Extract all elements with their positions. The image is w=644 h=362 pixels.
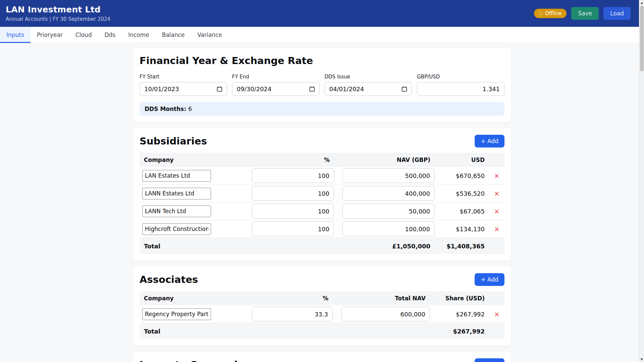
financial-year-title: Financial Year & Exchange Rate bbox=[140, 55, 504, 66]
percent-input[interactable] bbox=[252, 168, 334, 183]
delete-row-button[interactable]: × bbox=[489, 310, 504, 318]
loans-title: Loans to Companies bbox=[140, 359, 250, 362]
percent-input[interactable] bbox=[252, 204, 334, 219]
col-total-nav: Total NAV bbox=[333, 291, 430, 305]
subsidiary-row: $134,130 × bbox=[140, 220, 504, 238]
delete-row-button[interactable]: × bbox=[489, 172, 504, 179]
nav-input[interactable] bbox=[342, 204, 435, 219]
calendar-icon[interactable] bbox=[401, 86, 407, 92]
total-share-usd: $267,992 bbox=[430, 324, 489, 339]
scroll-down-arrow-icon[interactable]: ▼ bbox=[639, 357, 644, 362]
subsidiaries-table-header: Company % NAV (GBP) USD bbox=[140, 153, 504, 167]
subsidiaries-card: Subsidiaries + Add Company % NAV (GBP) U… bbox=[133, 128, 511, 261]
tab-dds[interactable]: Dds bbox=[98, 27, 122, 43]
calendar-icon[interactable] bbox=[217, 86, 222, 92]
header-titles: LAN Investment Ltd Annual Accounts | FY … bbox=[6, 5, 110, 22]
associates-title: Associates bbox=[140, 274, 198, 285]
loans-add-button[interactable]: + Add bbox=[475, 358, 504, 362]
scrollbar[interactable]: ▲ ▼ bbox=[639, 0, 644, 362]
percent-input[interactable] bbox=[252, 186, 334, 201]
associates-table: Company % Total NAV Share (USD) $267,992… bbox=[140, 291, 504, 339]
dds-months-label: DDS Months: bbox=[145, 106, 186, 112]
usd-value: $67,065 bbox=[435, 208, 489, 215]
usd-value: $536,520 bbox=[435, 190, 489, 197]
fy-end-input[interactable]: 09/30/2024 bbox=[232, 82, 320, 96]
header-actions: Offline Save Load bbox=[534, 7, 631, 20]
dds-issue-label: DDS Issue bbox=[325, 74, 412, 80]
status-dot-icon bbox=[539, 12, 543, 15]
offline-status-label: Offline bbox=[545, 10, 561, 16]
associate-row: $267,992 × bbox=[140, 305, 504, 323]
share-usd-value: $267,992 bbox=[430, 311, 489, 318]
save-button[interactable]: Save bbox=[571, 7, 599, 20]
col-company: Company bbox=[140, 153, 244, 167]
company-input[interactable] bbox=[142, 205, 211, 217]
percent-input[interactable] bbox=[252, 222, 334, 236]
usd-value: $670,650 bbox=[435, 172, 489, 179]
dds-months-bar: DDS Months: 6 bbox=[140, 102, 504, 116]
fy-end-label: FY End bbox=[232, 74, 320, 80]
col-usd: USD bbox=[435, 153, 489, 167]
tab-prioryear[interactable]: Prioryear bbox=[31, 27, 69, 43]
app-subtitle: Annual Accounts | FY 30 September 2024 bbox=[6, 16, 110, 22]
associates-card: Associates + Add Company % Total NAV Sha… bbox=[133, 266, 511, 346]
total-usd: $1,408,365 bbox=[435, 239, 489, 254]
delete-row-button[interactable]: × bbox=[489, 225, 504, 233]
total-nav-input[interactable] bbox=[341, 307, 430, 321]
associates-total-row: Total $267,992 bbox=[140, 323, 504, 339]
tab-inputs[interactable]: Inputs bbox=[0, 27, 31, 43]
delete-row-button[interactable]: × bbox=[489, 190, 504, 197]
financial-year-fields: FY Start 10/01/2023 FY End 09/30/2024 DD… bbox=[140, 74, 504, 96]
col-nav: NAV (GBP) bbox=[334, 153, 435, 167]
col-company: Company bbox=[140, 291, 244, 305]
usd-value: $134,130 bbox=[435, 226, 489, 233]
scroll-up-arrow-icon[interactable]: ▲ bbox=[639, 0, 644, 5]
company-input[interactable] bbox=[142, 188, 211, 199]
fy-start-label: FY Start bbox=[140, 74, 227, 80]
dds-issue-value: 04/01/2024 bbox=[329, 85, 402, 93]
fy-start-value: 10/01/2023 bbox=[144, 85, 217, 93]
nav-input[interactable] bbox=[342, 186, 435, 201]
col-pct: % bbox=[244, 291, 333, 305]
company-input[interactable] bbox=[142, 170, 211, 182]
app-title: LAN Investment Ltd bbox=[6, 5, 110, 14]
gbp-usd-label: GBP/USD bbox=[417, 74, 504, 80]
dds-issue-input[interactable]: 04/01/2024 bbox=[325, 82, 412, 96]
tab-variance[interactable]: Variance bbox=[191, 27, 228, 43]
subsidiaries-table: Company % NAV (GBP) USD $670,650 × $536,… bbox=[140, 153, 504, 254]
fy-end-field: FY End 09/30/2024 bbox=[232, 74, 320, 96]
subsidiaries-title: Subsidiaries bbox=[140, 135, 207, 147]
company-input[interactable] bbox=[142, 223, 211, 235]
nav-input[interactable] bbox=[342, 222, 435, 236]
associates-table-header: Company % Total NAV Share (USD) bbox=[140, 291, 504, 305]
associates-add-button[interactable]: + Add bbox=[475, 273, 504, 286]
scrollbar-thumb[interactable] bbox=[640, 6, 644, 71]
tab-balance[interactable]: Balance bbox=[156, 27, 191, 43]
fy-end-value: 09/30/2024 bbox=[237, 85, 309, 93]
percent-input[interactable] bbox=[252, 307, 333, 321]
nav-input[interactable] bbox=[342, 168, 435, 183]
fy-start-input[interactable]: 10/01/2023 bbox=[140, 82, 227, 96]
subsidiary-row: $670,650 × bbox=[140, 167, 504, 185]
gbp-usd-field: GBP/USD bbox=[417, 74, 504, 96]
subsidiary-row: $536,520 × bbox=[140, 185, 504, 202]
subsidiaries-add-button[interactable]: + Add bbox=[475, 135, 504, 147]
col-pct: % bbox=[244, 153, 334, 167]
tab-bar: Inputs Prioryear Cloud Dds Income Balanc… bbox=[0, 27, 644, 43]
tab-cloud[interactable]: Cloud bbox=[69, 27, 98, 43]
offline-status-badge: Offline bbox=[534, 9, 567, 18]
delete-row-button[interactable]: × bbox=[489, 207, 504, 215]
tab-income[interactable]: Income bbox=[122, 27, 156, 43]
subsidiaries-total-row: Total £1,050,000 $1,408,365 bbox=[140, 238, 504, 254]
financial-year-card: Financial Year & Exchange Rate FY Start … bbox=[133, 48, 511, 122]
loans-card: Loans to Companies + Add Entity Amount (… bbox=[133, 352, 511, 362]
gbp-usd-input[interactable] bbox=[417, 82, 504, 96]
app-header: LAN Investment Ltd Annual Accounts | FY … bbox=[0, 0, 644, 27]
dds-issue-field: DDS Issue 04/01/2024 bbox=[325, 74, 412, 96]
total-label: Total bbox=[140, 324, 244, 339]
calendar-icon[interactable] bbox=[309, 86, 315, 92]
col-share-usd: Share (USD) bbox=[430, 291, 489, 305]
main-content: Financial Year & Exchange Rate FY Start … bbox=[133, 43, 511, 362]
load-button[interactable]: Load bbox=[603, 7, 631, 20]
company-input[interactable] bbox=[142, 308, 211, 320]
